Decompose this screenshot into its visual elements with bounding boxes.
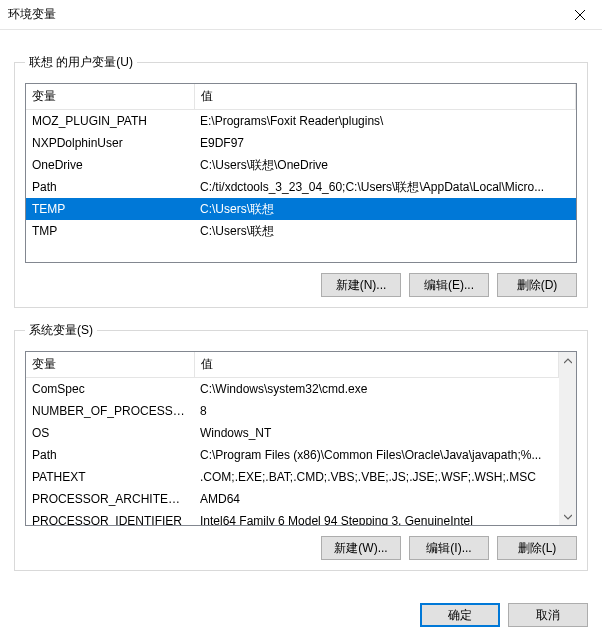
- variable-name-cell: ComSpec: [26, 378, 194, 401]
- user-col-header-variable[interactable]: 变量: [26, 84, 194, 110]
- variable-value-cell: C:\Program Files (x86)\Common Files\Orac…: [194, 444, 559, 466]
- table-row[interactable]: NXPDolphinUserE9DF97: [26, 132, 576, 154]
- dialog-content: 联想 的用户变量(U) 变量 值 MOZ_PLUGIN_PATHE:\Progr…: [0, 30, 602, 585]
- table-row[interactable]: PROCESSOR_ARCHITECT...AMD64: [26, 488, 559, 510]
- table-row[interactable]: TMPC:\Users\联想: [26, 220, 576, 242]
- ok-button[interactable]: 确定: [420, 603, 500, 627]
- table-row[interactable]: PathC:\Program Files (x86)\Common Files\…: [26, 444, 559, 466]
- scroll-up-icon[interactable]: [559, 352, 576, 369]
- user-variables-group: 联想 的用户变量(U) 变量 值 MOZ_PLUGIN_PATHE:\Progr…: [14, 54, 588, 308]
- variable-value-cell: 8: [194, 400, 559, 422]
- user-variables-table[interactable]: 变量 值 MOZ_PLUGIN_PATHE:\Programs\Foxit Re…: [25, 83, 577, 263]
- variable-name-cell: TEMP: [26, 198, 194, 220]
- variable-name-cell: NUMBER_OF_PROCESSORS: [26, 400, 194, 422]
- variable-name-cell: Path: [26, 176, 194, 198]
- system-variables-legend: 系统变量(S): [25, 322, 97, 339]
- system-button-row: 新建(W)... 编辑(I)... 删除(L): [25, 536, 577, 560]
- system-col-header-variable[interactable]: 变量: [26, 352, 194, 378]
- variable-name-cell: OS: [26, 422, 194, 444]
- variable-name-cell: PATHEXT: [26, 466, 194, 488]
- variable-value-cell: AMD64: [194, 488, 559, 510]
- variable-value-cell: C:\Users\联想\OneDrive: [194, 154, 576, 176]
- close-icon: [575, 10, 585, 20]
- variable-value-cell: Intel64 Family 6 Model 94 Stepping 3, Ge…: [194, 510, 559, 526]
- close-button[interactable]: [557, 0, 602, 30]
- variable-value-cell: E9DF97: [194, 132, 576, 154]
- dialog-title: 环境变量: [8, 6, 56, 23]
- user-variables-legend: 联想 的用户变量(U): [25, 54, 137, 71]
- table-row[interactable]: OSWindows_NT: [26, 422, 559, 444]
- variable-name-cell: OneDrive: [26, 154, 194, 176]
- user-button-row: 新建(N)... 编辑(E)... 删除(D): [25, 273, 577, 297]
- user-edit-button[interactable]: 编辑(E)...: [409, 273, 489, 297]
- variable-value-cell: C:\Windows\system32\cmd.exe: [194, 378, 559, 401]
- system-col-header-value[interactable]: 值: [194, 352, 559, 378]
- table-row[interactable]: PathC:/ti/xdctools_3_23_04_60;C:\Users\联…: [26, 176, 576, 198]
- variable-value-cell: C:\Users\联想: [194, 198, 576, 220]
- user-delete-button[interactable]: 删除(D): [497, 273, 577, 297]
- variable-value-cell: C:\Users\联想: [194, 220, 576, 242]
- system-scrollbar[interactable]: [559, 352, 576, 525]
- variable-name-cell: TMP: [26, 220, 194, 242]
- table-row[interactable]: NUMBER_OF_PROCESSORS8: [26, 400, 559, 422]
- table-row[interactable]: ComSpecC:\Windows\system32\cmd.exe: [26, 378, 559, 401]
- table-row[interactable]: MOZ_PLUGIN_PATHE:\Programs\Foxit Reader\…: [26, 110, 576, 133]
- user-col-header-value[interactable]: 值: [194, 84, 576, 110]
- variable-name-cell: PROCESSOR_IDENTIFIER: [26, 510, 194, 526]
- system-variables-table[interactable]: 变量 值 ComSpecC:\Windows\system32\cmd.exeN…: [25, 351, 577, 526]
- variable-name-cell: MOZ_PLUGIN_PATH: [26, 110, 194, 133]
- variable-value-cell: C:/ti/xdctools_3_23_04_60;C:\Users\联想\Ap…: [194, 176, 576, 198]
- table-row[interactable]: PATHEXT.COM;.EXE;.BAT;.CMD;.VBS;.VBE;.JS…: [26, 466, 559, 488]
- user-new-button[interactable]: 新建(N)...: [321, 273, 401, 297]
- variable-value-cell: .COM;.EXE;.BAT;.CMD;.VBS;.VBE;.JS;.JSE;.…: [194, 466, 559, 488]
- table-row[interactable]: OneDriveC:\Users\联想\OneDrive: [26, 154, 576, 176]
- variable-value-cell: E:\Programs\Foxit Reader\plugins\: [194, 110, 576, 133]
- variable-name-cell: PROCESSOR_ARCHITECT...: [26, 488, 194, 510]
- cancel-button[interactable]: 取消: [508, 603, 588, 627]
- variable-value-cell: Windows_NT: [194, 422, 559, 444]
- variable-name-cell: Path: [26, 444, 194, 466]
- system-new-button[interactable]: 新建(W)...: [321, 536, 401, 560]
- table-row[interactable]: PROCESSOR_IDENTIFIERIntel64 Family 6 Mod…: [26, 510, 559, 526]
- system-edit-button[interactable]: 编辑(I)...: [409, 536, 489, 560]
- system-variables-group: 系统变量(S) 变量 值 ComSpecC:\Windows\system32\…: [14, 322, 588, 571]
- dialog-button-row: 确定 取消: [0, 585, 602, 637]
- scroll-down-icon[interactable]: [559, 508, 576, 525]
- titlebar: 环境变量: [0, 0, 602, 30]
- variable-name-cell: NXPDolphinUser: [26, 132, 194, 154]
- table-row[interactable]: TEMPC:\Users\联想: [26, 198, 576, 220]
- system-delete-button[interactable]: 删除(L): [497, 536, 577, 560]
